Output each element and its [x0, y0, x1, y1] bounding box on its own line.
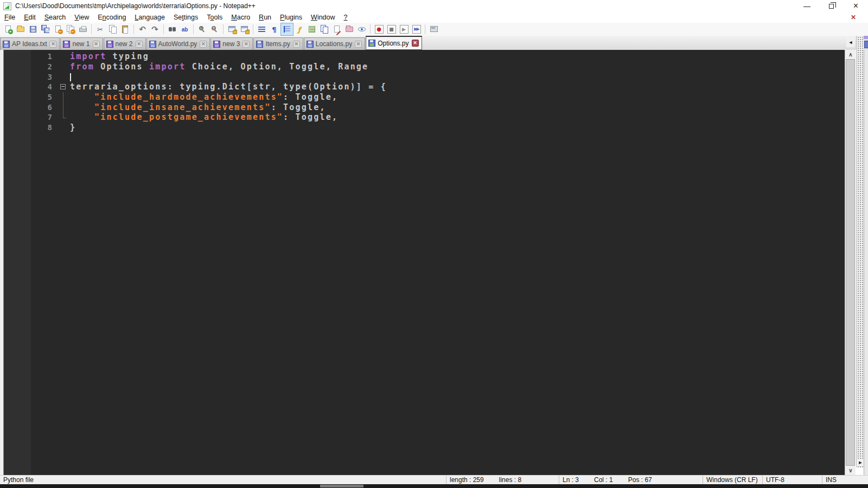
- code-line[interactable]: 2from Options import Choice, Option, Tog…: [70, 62, 845, 72]
- tab-options-py[interactable]: Options.py✕: [366, 36, 422, 50]
- tab-new-2[interactable]: new 2✕: [104, 37, 146, 50]
- menu-plugins[interactable]: Plugins: [276, 12, 307, 22]
- menu-macro[interactable]: Macro: [227, 12, 254, 22]
- close-button[interactable]: −: [52, 23, 64, 35]
- cut-button[interactable]: ✂: [94, 23, 106, 35]
- word-wrap-button[interactable]: [256, 23, 268, 35]
- tab-close-icon[interactable]: ✕: [93, 41, 100, 48]
- document-monitor-button[interactable]: [356, 23, 368, 35]
- document-map-icon: [307, 24, 317, 34]
- tab-close-icon[interactable]: ✕: [242, 41, 250, 48]
- zoom-out-icon: [210, 24, 220, 34]
- indent-guide-button[interactable]: [281, 23, 293, 35]
- macro-run-multiple-button[interactable]: ▶▶: [411, 23, 423, 35]
- edit-document-button[interactable]: [331, 23, 343, 35]
- tab-close-icon[interactable]: ✕: [412, 40, 419, 47]
- tab-scroll-left-button[interactable]: ◄: [846, 37, 855, 47]
- tab-label: new 1: [72, 40, 90, 48]
- tab-close-icon[interactable]: ✕: [293, 41, 300, 48]
- close-button[interactable]: ×: [844, 0, 868, 12]
- menu-edit[interactable]: Edit: [20, 12, 40, 22]
- document-list-button[interactable]: [318, 23, 330, 35]
- paste-button[interactable]: [119, 23, 131, 35]
- tab-items-py[interactable]: Items.py✕: [253, 37, 303, 50]
- sync-scroll-vertical-button[interactable]: [226, 23, 238, 35]
- code-line[interactable]: 5 "include_hardmode_achievements": Toggl…: [70, 92, 845, 102]
- status-eol-format[interactable]: Windows (CR LF): [703, 476, 762, 484]
- tab-label: AutoWorld.py: [158, 40, 197, 48]
- minimize-button[interactable]: —: [795, 0, 819, 12]
- menu-help[interactable]: ?: [340, 12, 352, 22]
- code-line[interactable]: 1import typing: [70, 52, 845, 62]
- project-folder-button[interactable]: [343, 23, 355, 35]
- vertical-scrollbar[interactable]: ∧ ∨: [845, 50, 856, 475]
- document-map-button[interactable]: [306, 23, 318, 35]
- tab-autoworld-py[interactable]: AutoWorld.py✕: [146, 37, 210, 50]
- undo-button[interactable]: ↶: [137, 23, 149, 35]
- code-line[interactable]: 8}: [70, 123, 845, 133]
- macro-stop-button[interactable]: ■: [386, 23, 398, 35]
- macro-record-button[interactable]: ●: [373, 23, 385, 35]
- menu-run[interactable]: Run: [254, 12, 276, 22]
- fold-margin: [58, 62, 70, 72]
- menu-settings[interactable]: Settings: [169, 12, 202, 22]
- menu-window[interactable]: Window: [307, 12, 339, 22]
- editor[interactable]: 1import typing2from Options import Choic…: [0, 50, 845, 475]
- tab-new-1[interactable]: new 1✕: [60, 37, 103, 50]
- tab-bar: AP Ideas.txt✕new 1✕new 2✕AutoWorld.py✕ne…: [0, 36, 856, 50]
- tab-new-3[interactable]: new 3✕: [210, 37, 253, 50]
- minimize-icon: —: [803, 2, 810, 10]
- project-folder-icon: [344, 24, 354, 34]
- code-line[interactable]: 7 "include_postgame_achievements": Toggl…: [70, 112, 845, 123]
- zoom-out-button[interactable]: [209, 23, 221, 35]
- menu-tools[interactable]: Tools: [202, 12, 227, 22]
- word-wrap-icon: [257, 24, 267, 34]
- menu-language[interactable]: Language: [130, 12, 169, 22]
- print-button[interactable]: [77, 23, 89, 35]
- menu-search[interactable]: Search: [40, 12, 71, 22]
- status-length-lines: length : 259 lines : 8: [446, 476, 559, 484]
- replace-button[interactable]: ab: [179, 23, 191, 35]
- scrollbar-thumb[interactable]: [846, 59, 855, 466]
- menu-view[interactable]: View: [70, 12, 93, 22]
- scrollbar-up-button[interactable]: ∧: [845, 50, 856, 59]
- scrollbar-down-button[interactable]: ∨: [845, 466, 856, 475]
- menu-encoding[interactable]: Encoding: [93, 12, 130, 22]
- copy-button[interactable]: [107, 23, 119, 35]
- new-file-button[interactable]: +: [2, 23, 14, 35]
- fold-margin-collapse[interactable]: [58, 82, 70, 92]
- status-insert-mode[interactable]: INS: [822, 476, 868, 484]
- tab-locations-py[interactable]: Locations.py✕: [304, 37, 365, 50]
- status-encoding[interactable]: UTF-8: [762, 476, 822, 484]
- restore-button[interactable]: [819, 0, 844, 12]
- close-document-button[interactable]: ✕: [851, 14, 856, 21]
- find-button[interactable]: [167, 23, 178, 35]
- save-icon: [28, 24, 38, 34]
- second-view-tab-sliver: [864, 36, 868, 50]
- close-all-button[interactable]: −: [65, 23, 76, 35]
- splitter-grip[interactable]: [856, 36, 864, 467]
- macro-save-button[interactable]: [428, 23, 440, 35]
- open-file-button[interactable]: [15, 23, 27, 35]
- tab-close-icon[interactable]: ✕: [355, 41, 362, 48]
- tab-close-icon[interactable]: ✕: [49, 41, 56, 48]
- code-line[interactable]: 3: [70, 72, 845, 82]
- menu-file[interactable]: File: [0, 12, 20, 22]
- code-area[interactable]: 1import typing2from Options import Choic…: [31, 50, 845, 475]
- redo-button[interactable]: ↷: [149, 23, 161, 35]
- tab-close-icon[interactable]: ✕: [136, 41, 143, 48]
- line-number: 4: [31, 82, 58, 91]
- save-button[interactable]: [27, 23, 39, 35]
- code-line[interactable]: 4terraria_options: typing.Dict[str, type…: [70, 82, 845, 92]
- sync-scroll-horizontal-button[interactable]: [239, 23, 251, 35]
- zoom-in-button[interactable]: [196, 23, 208, 35]
- function-list-button[interactable]: ƒ: [293, 23, 305, 35]
- fold-collapse-icon[interactable]: [60, 84, 66, 89]
- save-all-button[interactable]: [40, 23, 52, 35]
- macro-play-button[interactable]: ▶: [398, 23, 410, 35]
- tab-ap-ideas-txt[interactable]: AP Ideas.txt✕: [0, 37, 60, 50]
- show-all-characters-button[interactable]: ¶: [269, 23, 280, 35]
- tab-close-icon[interactable]: ✕: [200, 41, 207, 48]
- code-line[interactable]: 6 "include_insane_achievements": Toggle,: [70, 102, 845, 112]
- splitter-arrow-button[interactable]: ►: [857, 459, 864, 466]
